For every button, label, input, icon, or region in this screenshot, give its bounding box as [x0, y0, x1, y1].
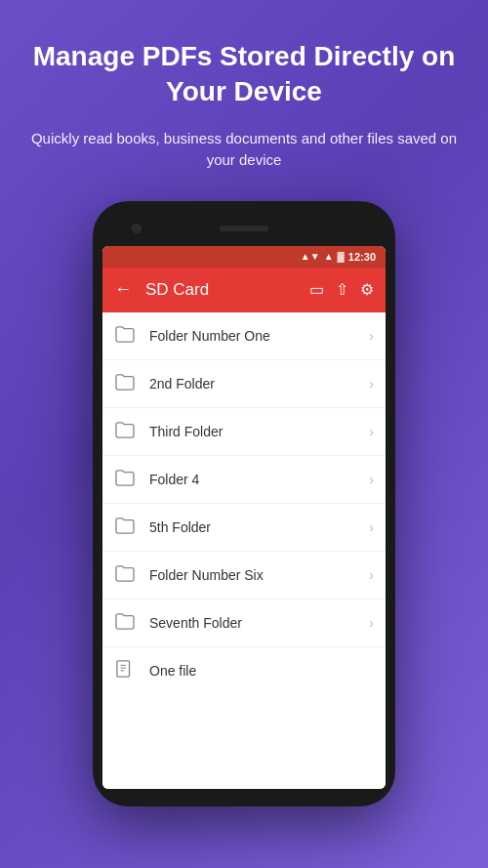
chevron-right-icon: ›: [369, 424, 374, 439]
page-title: Manage PDFs Stored Directly on Your Devi…: [29, 39, 459, 110]
app-bar-title: SD Card: [145, 280, 309, 300]
status-time: 12:30: [348, 251, 376, 263]
file-name-label: Folder 4: [149, 472, 369, 487]
list-item[interactable]: Folder Number Six ›: [102, 552, 386, 599]
phone-camera: [132, 224, 142, 233]
folder-icon: [114, 612, 136, 634]
chevron-right-icon: ›: [369, 472, 374, 487]
phone-speaker: [220, 226, 268, 231]
chevron-right-icon: ›: [369, 567, 374, 583]
file-name-label: 2nd Folder: [149, 376, 369, 392]
page-header: Manage PDFs Stored Directly on Your Devi…: [0, 0, 488, 191]
list-item[interactable]: One file: [102, 647, 386, 694]
settings-icon[interactable]: ⚙: [360, 280, 374, 299]
folder-icon: [114, 517, 136, 538]
folder-icon: [114, 469, 136, 490]
list-item[interactable]: 5th Folder ›: [102, 504, 386, 552]
svg-rect-0: [117, 661, 130, 677]
signal-icon: ▲: [324, 251, 334, 262]
battery-icon: ▓: [338, 251, 345, 262]
file-name-label: Seventh Folder: [149, 615, 369, 631]
list-item[interactable]: Seventh Folder ›: [102, 599, 386, 647]
back-button[interactable]: ←: [114, 279, 132, 300]
chevron-right-icon: ›: [369, 615, 374, 631]
app-bar: ← SD Card ▭ ⇧ ⚙: [102, 268, 386, 312]
file-name-label: Third Folder: [149, 424, 369, 439]
folder-icon: [114, 373, 136, 394]
share-icon[interactable]: ⇧: [336, 280, 348, 299]
chevron-right-icon: ›: [369, 328, 374, 344]
wifi-icon: ▲▼: [301, 251, 320, 262]
phone-body: ▲▼ ▲ ▓ 12:30 ← SD Card ▭ ⇧ ⚙: [93, 201, 395, 806]
file-name-label: Folder Number Six: [149, 567, 369, 583]
file-name-label: Folder Number One: [149, 328, 369, 344]
file-select-icon[interactable]: ▭: [309, 280, 324, 299]
app-bar-actions: ▭ ⇧ ⚙: [309, 280, 374, 299]
chevron-right-icon: ›: [369, 519, 374, 535]
status-bar-icons: ▲▼ ▲ ▓ 12:30: [301, 251, 376, 263]
status-bar: ▲▼ ▲ ▓ 12:30: [102, 246, 386, 268]
phone-screen: ▲▼ ▲ ▓ 12:30 ← SD Card ▭ ⇧ ⚙: [102, 246, 386, 789]
folder-icon: [114, 564, 136, 586]
file-list: Folder Number One › 2nd Folder › Third F…: [102, 312, 386, 789]
list-item[interactable]: Third Folder ›: [102, 408, 386, 456]
file-icon: [114, 660, 136, 682]
phone-mockup: ▲▼ ▲ ▓ 12:30 ← SD Card ▭ ⇧ ⚙: [93, 201, 395, 806]
folder-icon: [114, 421, 136, 442]
page-subtitle: Quickly read books, business documents a…: [29, 128, 459, 172]
folder-icon: [114, 325, 136, 347]
list-item[interactable]: 2nd Folder ›: [102, 360, 386, 408]
file-name-label: One file: [149, 663, 374, 679]
phone-top-bar: [102, 219, 386, 238]
chevron-right-icon: ›: [369, 376, 374, 392]
list-item[interactable]: Folder Number One ›: [102, 312, 386, 360]
list-item[interactable]: Folder 4 ›: [102, 456, 386, 504]
file-name-label: 5th Folder: [149, 519, 369, 535]
